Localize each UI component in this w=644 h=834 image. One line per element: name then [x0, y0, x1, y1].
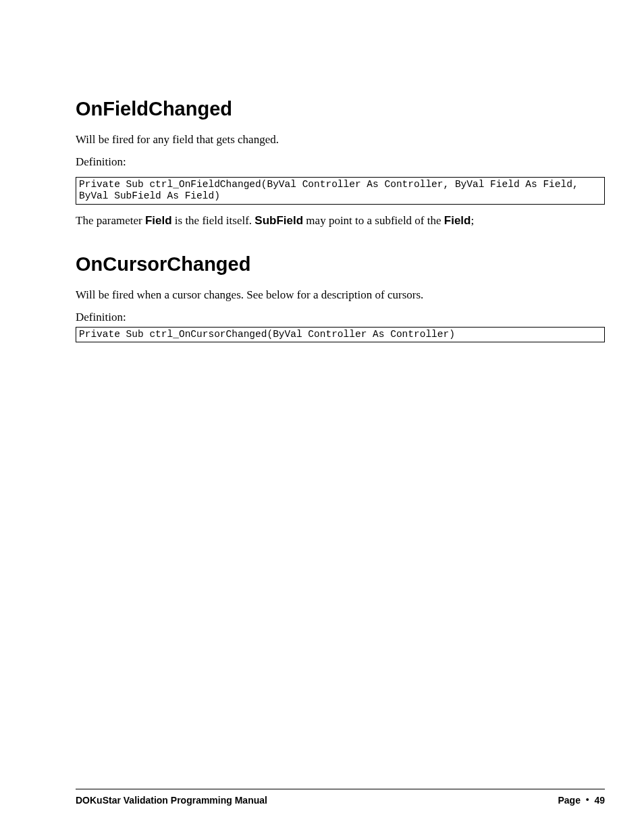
- onfieldchanged-code: Private Sub ctrl_OnFieldChanged(ByVal Co…: [76, 177, 605, 205]
- param-text: ;: [471, 214, 474, 227]
- footer-page-label: Page: [558, 795, 580, 806]
- footer-row: DOKuStar Validation Programming Manual P…: [76, 795, 605, 806]
- section-onfieldchanged: OnFieldChanged Will be fired for any fie…: [76, 98, 605, 228]
- param-text: The parameter: [76, 214, 145, 227]
- param-text: is the field itself.: [172, 214, 255, 227]
- param-subfield: SubField: [254, 214, 303, 227]
- oncursorchanged-desc: Will be fired when a cursor changes. See…: [76, 288, 605, 303]
- heading-oncursorchanged: OnCursorChanged: [76, 253, 605, 276]
- page-content: OnFieldChanged Will be fired for any fie…: [0, 0, 644, 342]
- onfieldchanged-desc: Will be fired for any field that gets ch…: [76, 132, 605, 148]
- oncursorchanged-code: Private Sub ctrl_OnCursorChanged(ByVal C…: [76, 327, 605, 342]
- param-field2: Field: [444, 214, 471, 227]
- oncursorchanged-definition-label: Definition:: [76, 310, 605, 325]
- footer-page-number: 49: [594, 795, 605, 806]
- param-text: may point to a subfield of the: [303, 214, 444, 227]
- footer-title: DOKuStar Validation Programming Manual: [76, 795, 267, 806]
- onfieldchanged-param-line: The parameter Field is the field itself.…: [76, 214, 605, 228]
- onfieldchanged-definition-label: Definition:: [76, 155, 605, 170]
- param-field: Field: [145, 214, 172, 227]
- page-footer: DOKuStar Validation Programming Manual P…: [76, 789, 605, 806]
- section-oncursorchanged: OnCursorChanged Will be fired when a cur…: [76, 253, 605, 342]
- bullet-icon: •: [583, 794, 595, 805]
- footer-rule: [76, 789, 605, 789]
- heading-onfieldchanged: OnFieldChanged: [76, 98, 605, 120]
- footer-page: Page • 49: [558, 795, 605, 806]
